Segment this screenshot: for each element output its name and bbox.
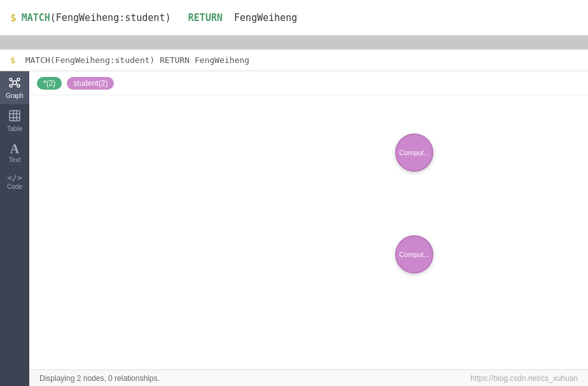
- svg-point-3: [10, 85, 12, 87]
- svg-line-7: [12, 84, 13, 85]
- node-1[interactable]: Comput...: [395, 134, 433, 172]
- svg-point-2: [17, 78, 20, 81]
- svg-line-8: [17, 84, 17, 85]
- sidebar-item-text[interactable]: A Text: [0, 137, 29, 169]
- main-area: Graph Table A Text </> Code: [0, 71, 588, 386]
- all-badge[interactable]: *(2): [37, 77, 62, 90]
- node-1-label: Comput...: [399, 149, 430, 156]
- sidebar-item-table[interactable]: Table: [0, 104, 29, 137]
- top-query-bar: $ MATCH(FengWeiheng:student) RETURN Feng…: [0, 0, 588, 36]
- svg-point-4: [17, 85, 20, 87]
- code-label: Code: [7, 183, 22, 190]
- text-icon: A: [10, 142, 19, 155]
- code-icon: </>: [7, 174, 22, 182]
- query-parens: (FengWeiheng:student): [50, 12, 171, 24]
- text-label: Text: [9, 156, 20, 163]
- status-text: Displaying 2 nodes, 0 relationships.: [39, 374, 160, 383]
- student-badge[interactable]: student(2): [67, 77, 114, 90]
- filter-bar: *(2) student(2): [29, 71, 588, 95]
- result-dollar-sign: $: [10, 55, 15, 65]
- table-label: Table: [7, 125, 22, 132]
- graph-icon: [8, 76, 21, 91]
- match-keyword: MATCH: [22, 12, 50, 24]
- sidebar: Graph Table A Text </> Code: [0, 71, 29, 386]
- query-display: MATCH(FengWeiheng:student) RETURN FengWe…: [22, 12, 298, 24]
- sidebar-item-code[interactable]: </> Code: [0, 169, 29, 195]
- svg-point-1: [10, 78, 12, 81]
- sidebar-item-graph[interactable]: Graph: [0, 71, 29, 104]
- graph-label: Graph: [6, 92, 24, 99]
- node-2[interactable]: Comput...: [395, 235, 433, 273]
- table-icon: [8, 109, 21, 124]
- divider: [0, 36, 588, 50]
- result-query-bar: $ MATCH(FengWeiheng:student) RETURN Feng…: [0, 50, 588, 71]
- status-url: https://blog.csdn.net/cs_xuhuan: [470, 374, 578, 383]
- return-var: FengWeiheng: [234, 12, 297, 24]
- dollar-sign: $: [10, 11, 17, 24]
- result-query-text: MATCH(FengWeiheng:student) RETURN FengWe…: [25, 55, 249, 65]
- return-keyword: RETURN: [188, 12, 223, 24]
- svg-point-0: [13, 81, 17, 85]
- svg-rect-9: [10, 111, 20, 121]
- node-2-label: Comput...: [399, 251, 430, 258]
- graph-canvas: Comput... Comput...: [29, 95, 588, 369]
- graph-area: *(2) student(2) Comput... Comput... Disp…: [29, 71, 588, 386]
- svg-line-5: [12, 81, 13, 82]
- svg-line-6: [17, 81, 17, 82]
- status-bar: Displaying 2 nodes, 0 relationships. htt…: [29, 369, 588, 386]
